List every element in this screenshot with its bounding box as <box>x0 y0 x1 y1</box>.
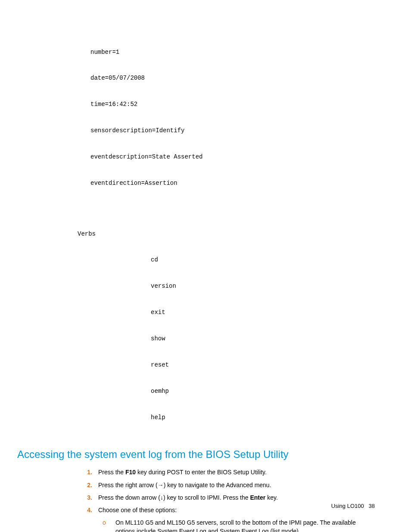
code-line: show <box>151 334 375 343</box>
code-line: date=05/07/2008 <box>90 74 375 82</box>
code-line: eventdirection=Assertion <box>90 179 375 187</box>
footer-section: Using LO100 <box>331 503 364 509</box>
footer-page-number: 38 <box>369 503 375 509</box>
step-marker: 1. <box>80 468 92 476</box>
circle-marker: o <box>103 518 106 527</box>
step-text: Press the down arrow (↓) key to scroll t… <box>98 494 278 501</box>
step-text: Press the F10 key during POST to enter t… <box>98 469 267 476</box>
code-line: sensordescription=Identify <box>90 126 375 135</box>
options-list: o On ML110 G5 and ML150 G5 servers, scro… <box>98 518 375 532</box>
code-line: oemhp <box>151 387 375 395</box>
code-line: exit <box>151 308 375 317</box>
code-block-properties: number=1 date=05/07/2008 time=16:42:52 s… <box>90 30 375 205</box>
code-block-verbs: Verbs cd version exit show reset oemhp h… <box>78 212 375 439</box>
step-4: 4. Choose one of these options: o On ML1… <box>80 506 375 532</box>
step-2: 2. Press the right arrow (→) key to navi… <box>80 481 375 489</box>
section-heading: Accessing the system event log from the … <box>17 447 375 462</box>
step-marker: 2. <box>80 481 92 489</box>
step-3: 3. Press the down arrow (↓) key to scrol… <box>80 493 375 502</box>
code-line: version <box>151 282 375 290</box>
step-text: Press the right arrow (→) key to navigat… <box>98 482 271 488</box>
code-line: time=16:42:52 <box>90 100 375 109</box>
step-text: Choose one of these options: <box>98 507 177 513</box>
step-1: 1. Press the F10 key during POST to ente… <box>80 468 375 476</box>
code-line: Verbs <box>78 230 375 238</box>
code-line: eventdescription=State Asserted <box>90 152 375 161</box>
option-text: On ML110 G5 and ML150 G5 servers, scroll… <box>115 519 356 532</box>
code-line: help <box>151 413 375 422</box>
page-footer: Using LO100 38 <box>331 502 375 510</box>
step-marker: 3. <box>80 493 92 502</box>
code-line: number=1 <box>90 48 375 56</box>
option-a: o On ML110 G5 and ML150 G5 servers, scro… <box>98 518 375 532</box>
code-line: reset <box>151 361 375 369</box>
step-marker: 4. <box>80 506 92 514</box>
code-line: cd <box>151 255 375 264</box>
steps-list: 1. Press the F10 key during POST to ente… <box>80 468 375 532</box>
